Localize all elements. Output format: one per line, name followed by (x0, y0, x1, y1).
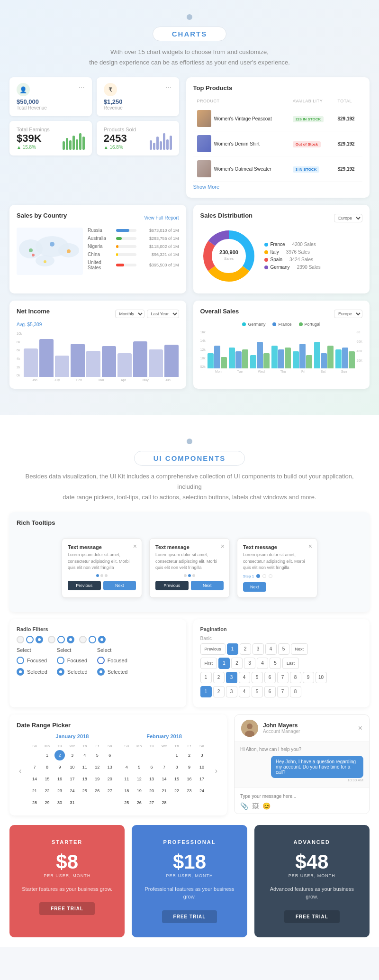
radio-focused[interactable] (26, 636, 34, 643)
cal-day[interactable]: 13 (146, 774, 157, 784)
page-btn-4[interactable]: 4 (257, 658, 268, 669)
cal-day[interactable]: 29 (42, 797, 53, 808)
radio-focused[interactable] (57, 636, 65, 643)
pro-trial-btn[interactable]: FREE TRIAL (162, 910, 217, 923)
page-btn[interactable]: 1 (200, 686, 212, 697)
cal-day[interactable]: 8 (42, 762, 53, 772)
year-dropdown[interactable]: Last Year (147, 310, 179, 318)
tooltip-close[interactable]: × (308, 542, 312, 550)
view-report-link[interactable]: View Full Report (144, 215, 179, 220)
cal-day[interactable]: 23 (184, 786, 194, 796)
chat-input-field[interactable] (240, 794, 363, 799)
page-btn-2[interactable]: 2 (240, 643, 251, 655)
cal-day[interactable]: 22 (171, 786, 182, 796)
first-btn[interactable]: First (200, 658, 217, 669)
page-btn-2[interactable]: 2 (231, 658, 243, 669)
cal-day[interactable]: 20 (105, 774, 115, 784)
cal-day[interactable]: 15 (171, 774, 182, 784)
cal-day[interactable]: 20 (146, 786, 157, 796)
revenue2-menu[interactable]: ··· (165, 83, 171, 92)
cal-day[interactable]: 5 (92, 750, 102, 760)
cal-day[interactable]: 24 (67, 786, 77, 796)
page-btn[interactable]: 7 (277, 672, 289, 683)
cal-day[interactable]: 8 (171, 762, 182, 772)
tooltip-prev-btn[interactable]: Previous (155, 581, 189, 590)
radio-selected[interactable] (36, 636, 43, 643)
cal-day[interactable]: 13 (105, 762, 115, 772)
page-btn-3[interactable]: 3 (253, 643, 264, 655)
chat-close-btn[interactable]: × (358, 724, 362, 733)
cal-day[interactable]: 28 (159, 797, 170, 808)
cal-day[interactable]: 15 (42, 774, 53, 784)
cal-day[interactable]: 28 (29, 797, 40, 808)
cal-day[interactable]: 11 (121, 774, 132, 784)
cal-day[interactable]: 14 (29, 774, 40, 784)
cal-day[interactable]: 9 (54, 762, 65, 772)
advanced-trial-btn[interactable]: FREE TRIAL (284, 910, 340, 923)
cal-day[interactable]: 16 (54, 774, 65, 784)
radio-selected-icon[interactable] (97, 668, 105, 676)
last-btn[interactable]: Last (282, 658, 299, 669)
page-btn[interactable]: 2 (213, 686, 225, 697)
radio-selected-icon[interactable] (57, 668, 64, 676)
page-btn[interactable]: 10 (316, 672, 327, 683)
overall-sales-dropdown[interactable]: Europe (334, 310, 362, 318)
page-btn[interactable]: 8 (290, 672, 301, 683)
starter-trial-btn[interactable]: FREE TRIAL (39, 902, 95, 915)
sales-dist-dropdown[interactable]: Europe (334, 214, 362, 222)
cal-day[interactable]: 7 (159, 762, 170, 772)
cal-day[interactable]: 17 (67, 774, 77, 784)
radio-selected[interactable] (67, 636, 74, 643)
cal-day[interactable]: 27 (146, 797, 157, 808)
cal-day[interactable]: 1 (171, 750, 182, 760)
cal-day[interactable]: 7 (29, 762, 40, 772)
cal-day[interactable]: 22 (42, 786, 53, 796)
page-btn[interactable]: 5 (252, 686, 263, 697)
radio-default[interactable] (17, 636, 24, 643)
monthly-dropdown[interactable]: Monthly (115, 310, 144, 318)
cal-day[interactable]: 26 (134, 797, 144, 808)
radio-focused-icon[interactable] (57, 657, 64, 664)
cal-day[interactable]: 21 (159, 786, 170, 796)
page-btn-4[interactable]: 4 (265, 643, 277, 655)
radio-selected[interactable] (98, 636, 106, 643)
cal-day[interactable]: 16 (184, 774, 194, 784)
prev-btn[interactable]: Previous (200, 643, 226, 655)
cal-day[interactable]: 12 (134, 774, 144, 784)
emoji-icon[interactable]: 😊 (262, 802, 271, 810)
page-btn[interactable]: 2 (213, 672, 225, 683)
cal-day[interactable]: 19 (92, 774, 102, 784)
cal-day[interactable]: 4 (121, 762, 132, 772)
revenue-menu[interactable]: ··· (78, 83, 84, 92)
radio-focused-icon[interactable] (97, 657, 105, 664)
cal-day[interactable]: 4 (80, 750, 90, 760)
cal-day[interactable]: 14 (159, 774, 170, 784)
cal-day[interactable]: 10 (197, 762, 207, 772)
cal-day[interactable]: 24 (197, 786, 207, 796)
prev-month-btn[interactable]: ‹ (17, 767, 24, 775)
tooltip-next-btn[interactable]: Next (191, 581, 224, 590)
cal-day[interactable]: 6 (146, 762, 157, 772)
radio-default[interactable] (48, 636, 55, 643)
cal-day[interactable]: 18 (121, 786, 132, 796)
tooltip-next-btn[interactable]: Next (243, 582, 266, 592)
cal-day[interactable]: 17 (197, 774, 207, 784)
cal-day[interactable]: 21 (29, 786, 40, 796)
cal-day[interactable]: 3 (67, 750, 77, 760)
cal-day[interactable]: 3 (197, 750, 207, 760)
tooltip-prev-btn[interactable]: Previous (68, 581, 101, 590)
page-btn[interactable]: 6 (264, 672, 276, 683)
page-btn-5[interactable]: 5 (270, 658, 281, 669)
cal-day[interactable]: 11 (80, 762, 90, 772)
page-btn-3[interactable]: 3 (244, 658, 255, 669)
cal-day[interactable]: 18 (80, 774, 90, 784)
attach-icon[interactable]: 📎 (240, 802, 248, 810)
show-more-link[interactable]: Show More (193, 184, 220, 190)
cal-day[interactable]: 10 (67, 762, 77, 772)
page-btn-1[interactable]: 1 (227, 643, 238, 655)
cal-day[interactable]: 1 (42, 750, 53, 760)
page-btn[interactable]: 3 (226, 686, 237, 697)
next-btn[interactable]: Next (291, 643, 308, 655)
page-btn[interactable]: 4 (239, 686, 250, 697)
page-btn-5[interactable]: 5 (278, 643, 289, 655)
